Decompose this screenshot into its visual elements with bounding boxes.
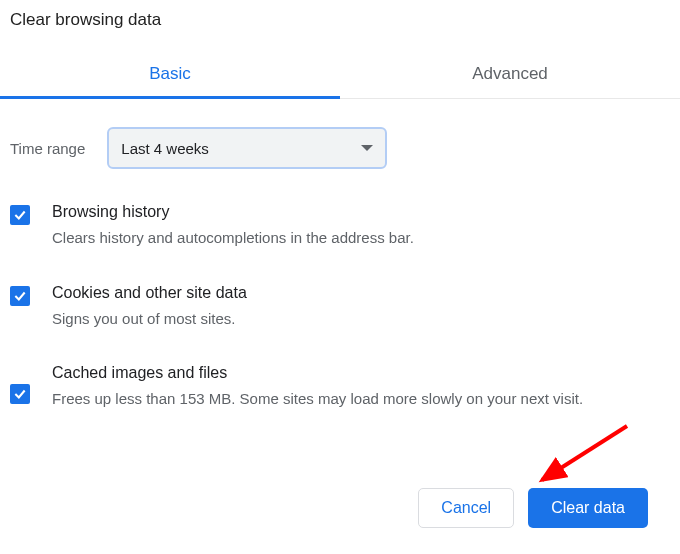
checkbox-cookies[interactable] bbox=[10, 286, 30, 306]
svg-line-0 bbox=[542, 426, 627, 480]
tabs: Basic Advanced bbox=[0, 52, 680, 99]
time-range-row: Time range Last 4 weeks bbox=[0, 99, 680, 169]
option-title: Cookies and other site data bbox=[52, 284, 670, 302]
chevron-down-icon bbox=[361, 145, 373, 151]
checkmark-icon bbox=[13, 208, 27, 222]
checkbox-browsing-history[interactable] bbox=[10, 205, 30, 225]
option-desc: Clears history and autocompletions in th… bbox=[52, 227, 670, 250]
checkmark-icon bbox=[13, 387, 27, 401]
option-browsing-history: Browsing history Clears history and auto… bbox=[10, 203, 670, 250]
time-range-label: Time range bbox=[10, 140, 85, 157]
options-list: Browsing history Clears history and auto… bbox=[0, 169, 680, 411]
option-cached: Cached images and files Frees up less th… bbox=[10, 364, 670, 411]
button-row: Cancel Clear data bbox=[418, 488, 648, 528]
tab-basic[interactable]: Basic bbox=[0, 52, 340, 98]
tab-advanced[interactable]: Advanced bbox=[340, 52, 680, 98]
option-desc: Frees up less than 153 MB. Some sites ma… bbox=[52, 388, 670, 411]
time-range-dropdown[interactable]: Last 4 weeks bbox=[107, 127, 387, 169]
option-title: Browsing history bbox=[52, 203, 670, 221]
clear-data-button[interactable]: Clear data bbox=[528, 488, 648, 528]
annotation-arrow-icon bbox=[522, 424, 632, 494]
option-cookies: Cookies and other site data Signs you ou… bbox=[10, 284, 670, 331]
cancel-button[interactable]: Cancel bbox=[418, 488, 514, 528]
time-range-value: Last 4 weeks bbox=[121, 140, 209, 157]
checkmark-icon bbox=[13, 289, 27, 303]
dialog-title: Clear browsing data bbox=[0, 0, 680, 30]
checkbox-cached[interactable] bbox=[10, 384, 30, 404]
option-desc: Signs you out of most sites. bbox=[52, 308, 670, 331]
option-title: Cached images and files bbox=[52, 364, 670, 382]
